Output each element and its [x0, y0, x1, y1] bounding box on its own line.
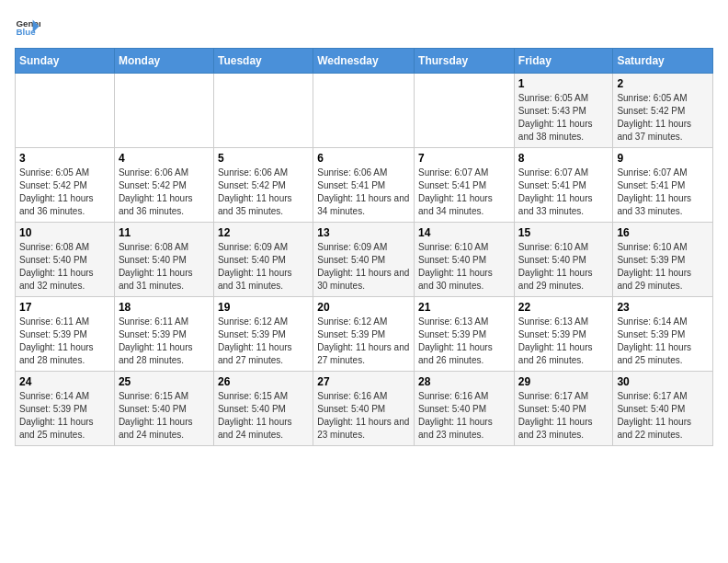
day-info: Sunrise: 6:09 AM Sunset: 5:40 PM Dayligh…: [218, 241, 309, 293]
calendar-week-row: 1Sunrise: 6:05 AM Sunset: 5:43 PM Daylig…: [16, 74, 713, 148]
day-info: Sunrise: 6:13 AM Sunset: 5:39 PM Dayligh…: [418, 316, 510, 367]
calendar-cell: 6Sunrise: 6:06 AM Sunset: 5:41 PM Daylig…: [313, 148, 415, 223]
day-number: 9: [617, 152, 709, 165]
day-number: 4: [119, 152, 210, 165]
day-number: 20: [317, 301, 410, 314]
calendar-cell: 1Sunrise: 6:05 AM Sunset: 5:43 PM Daylig…: [514, 74, 613, 148]
calendar-cell: 5Sunrise: 6:06 AM Sunset: 5:42 PM Daylig…: [213, 148, 313, 223]
day-info: Sunrise: 6:14 AM Sunset: 5:39 PM Dayligh…: [617, 316, 709, 367]
day-info: Sunrise: 6:16 AM Sunset: 5:40 PM Dayligh…: [418, 390, 510, 442]
day-number: 15: [518, 226, 609, 239]
calendar-cell: 19Sunrise: 6:12 AM Sunset: 5:39 PM Dayli…: [213, 297, 313, 372]
calendar-cell: [16, 74, 115, 148]
day-number: 24: [19, 375, 110, 388]
day-number: 27: [317, 375, 410, 388]
day-number: 7: [418, 152, 510, 165]
day-info: Sunrise: 6:07 AM Sunset: 5:41 PM Dayligh…: [617, 167, 709, 218]
calendar-header-cell: Sunday: [16, 49, 115, 74]
day-number: 17: [19, 301, 110, 314]
header: General Blue: [15, 15, 713, 40]
day-info: Sunrise: 6:06 AM Sunset: 5:41 PM Dayligh…: [317, 167, 410, 218]
calendar-cell: 9Sunrise: 6:07 AM Sunset: 5:41 PM Daylig…: [613, 148, 713, 223]
calendar-cell: 16Sunrise: 6:10 AM Sunset: 5:39 PM Dayli…: [613, 223, 713, 297]
calendar-header-cell: Monday: [114, 49, 213, 74]
day-number: 11: [119, 226, 210, 239]
calendar-cell: 8Sunrise: 6:07 AM Sunset: 5:41 PM Daylig…: [514, 148, 613, 223]
day-info: Sunrise: 6:06 AM Sunset: 5:42 PM Dayligh…: [119, 167, 210, 218]
day-number: 16: [617, 226, 709, 239]
day-info: Sunrise: 6:10 AM Sunset: 5:40 PM Dayligh…: [518, 241, 609, 293]
calendar-cell: 10Sunrise: 6:08 AM Sunset: 5:40 PM Dayli…: [16, 223, 115, 297]
day-info: Sunrise: 6:05 AM Sunset: 5:43 PM Dayligh…: [518, 92, 609, 144]
calendar-cell: 20Sunrise: 6:12 AM Sunset: 5:39 PM Dayli…: [313, 297, 415, 372]
day-number: 6: [317, 152, 410, 165]
day-info: Sunrise: 6:10 AM Sunset: 5:40 PM Dayligh…: [418, 241, 510, 293]
calendar-cell: 23Sunrise: 6:14 AM Sunset: 5:39 PM Dayli…: [613, 297, 713, 372]
calendar-cell: 26Sunrise: 6:15 AM Sunset: 5:40 PM Dayli…: [213, 372, 313, 446]
day-number: 5: [218, 152, 309, 165]
calendar-header-cell: Friday: [514, 49, 613, 74]
day-info: Sunrise: 6:11 AM Sunset: 5:39 PM Dayligh…: [19, 316, 110, 367]
day-info: Sunrise: 6:10 AM Sunset: 5:39 PM Dayligh…: [617, 241, 709, 293]
day-number: 21: [418, 301, 510, 314]
calendar-table: SundayMondayTuesdayWednesdayThursdayFrid…: [15, 48, 713, 446]
calendar-cell: [213, 74, 313, 148]
calendar-header-cell: Thursday: [415, 49, 515, 74]
day-info: Sunrise: 6:13 AM Sunset: 5:39 PM Dayligh…: [518, 316, 609, 367]
day-number: 25: [119, 375, 210, 388]
day-number: 19: [218, 301, 309, 314]
day-info: Sunrise: 6:15 AM Sunset: 5:40 PM Dayligh…: [218, 390, 309, 442]
calendar-cell: 17Sunrise: 6:11 AM Sunset: 5:39 PM Dayli…: [16, 297, 115, 372]
day-info: Sunrise: 6:08 AM Sunset: 5:40 PM Dayligh…: [119, 241, 210, 293]
calendar-body: 1Sunrise: 6:05 AM Sunset: 5:43 PM Daylig…: [16, 74, 713, 446]
day-number: 12: [218, 226, 309, 239]
calendar-cell: 27Sunrise: 6:16 AM Sunset: 5:40 PM Dayli…: [313, 372, 415, 446]
calendar-cell: [114, 74, 213, 148]
day-number: 2: [617, 77, 709, 90]
day-info: Sunrise: 6:16 AM Sunset: 5:40 PM Dayligh…: [317, 390, 410, 442]
day-number: 22: [518, 301, 609, 314]
day-info: Sunrise: 6:07 AM Sunset: 5:41 PM Dayligh…: [518, 167, 609, 218]
day-number: 13: [317, 226, 410, 239]
calendar-cell: 11Sunrise: 6:08 AM Sunset: 5:40 PM Dayli…: [114, 223, 213, 297]
day-info: Sunrise: 6:08 AM Sunset: 5:40 PM Dayligh…: [19, 241, 110, 293]
calendar-cell: 14Sunrise: 6:10 AM Sunset: 5:40 PM Dayli…: [415, 223, 515, 297]
calendar-cell: 30Sunrise: 6:17 AM Sunset: 5:40 PM Dayli…: [613, 372, 713, 446]
day-info: Sunrise: 6:11 AM Sunset: 5:39 PM Dayligh…: [119, 316, 210, 367]
calendar-cell: 21Sunrise: 6:13 AM Sunset: 5:39 PM Dayli…: [415, 297, 515, 372]
calendar-week-row: 3Sunrise: 6:05 AM Sunset: 5:42 PM Daylig…: [16, 148, 713, 223]
calendar-cell: 24Sunrise: 6:14 AM Sunset: 5:39 PM Dayli…: [16, 372, 115, 446]
day-info: Sunrise: 6:05 AM Sunset: 5:42 PM Dayligh…: [19, 167, 110, 218]
calendar-cell: 22Sunrise: 6:13 AM Sunset: 5:39 PM Dayli…: [514, 297, 613, 372]
day-info: Sunrise: 6:09 AM Sunset: 5:40 PM Dayligh…: [317, 241, 410, 293]
day-info: Sunrise: 6:14 AM Sunset: 5:39 PM Dayligh…: [19, 390, 110, 442]
day-number: 8: [518, 152, 609, 165]
calendar-cell: 2Sunrise: 6:05 AM Sunset: 5:42 PM Daylig…: [613, 74, 713, 148]
day-info: Sunrise: 6:17 AM Sunset: 5:40 PM Dayligh…: [617, 390, 709, 442]
day-info: Sunrise: 6:05 AM Sunset: 5:42 PM Dayligh…: [617, 92, 709, 144]
calendar-cell: 4Sunrise: 6:06 AM Sunset: 5:42 PM Daylig…: [114, 148, 213, 223]
calendar-cell: [415, 74, 515, 148]
calendar-cell: 3Sunrise: 6:05 AM Sunset: 5:42 PM Daylig…: [16, 148, 115, 223]
calendar-header-cell: Tuesday: [213, 49, 313, 74]
calendar-week-row: 10Sunrise: 6:08 AM Sunset: 5:40 PM Dayli…: [16, 223, 713, 297]
calendar-cell: 28Sunrise: 6:16 AM Sunset: 5:40 PM Dayli…: [415, 372, 515, 446]
day-number: 10: [19, 226, 110, 239]
calendar-cell: 13Sunrise: 6:09 AM Sunset: 5:40 PM Dayli…: [313, 223, 415, 297]
logo-icon: General Blue: [15, 15, 40, 40]
day-number: 29: [518, 375, 609, 388]
calendar-header-cell: Wednesday: [313, 49, 415, 74]
calendar-week-row: 24Sunrise: 6:14 AM Sunset: 5:39 PM Dayli…: [16, 372, 713, 446]
day-number: 26: [218, 375, 309, 388]
calendar-header-cell: Saturday: [613, 49, 713, 74]
day-info: Sunrise: 6:06 AM Sunset: 5:42 PM Dayligh…: [218, 167, 309, 218]
day-number: 30: [617, 375, 709, 388]
calendar-week-row: 17Sunrise: 6:11 AM Sunset: 5:39 PM Dayli…: [16, 297, 713, 372]
logo: General Blue: [15, 15, 44, 40]
day-info: Sunrise: 6:12 AM Sunset: 5:39 PM Dayligh…: [218, 316, 309, 367]
calendar-cell: 15Sunrise: 6:10 AM Sunset: 5:40 PM Dayli…: [514, 223, 613, 297]
day-number: 28: [418, 375, 510, 388]
day-number: 3: [19, 152, 110, 165]
calendar-header-row: SundayMondayTuesdayWednesdayThursdayFrid…: [16, 49, 713, 74]
day-info: Sunrise: 6:07 AM Sunset: 5:41 PM Dayligh…: [418, 167, 510, 218]
